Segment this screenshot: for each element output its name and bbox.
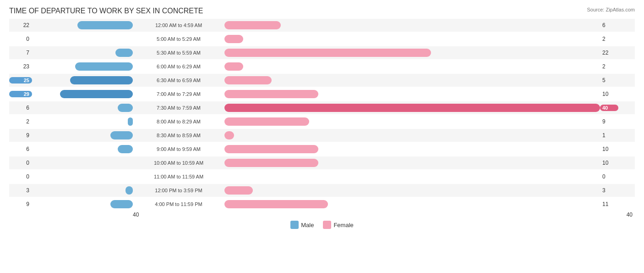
legend-female-label: Female — [333, 222, 353, 228]
male-bar — [110, 131, 133, 139]
legend-female-box — [323, 221, 331, 229]
female-value: 11 — [600, 201, 618, 207]
male-value: 6 — [9, 105, 32, 111]
axis-right-label: 40 — [617, 212, 635, 218]
male-bar-container — [32, 62, 133, 71]
female-bar-container — [224, 159, 600, 167]
time-range-label: 4:00 PM to 11:59 PM — [133, 201, 224, 207]
male-bar — [128, 117, 133, 126]
male-bar-container — [32, 131, 133, 139]
male-bar-container — [32, 200, 133, 208]
female-value: 6 — [600, 22, 618, 28]
female-bar-container — [224, 186, 600, 195]
male-value: 0 — [9, 173, 32, 180]
chart-row: 98:30 AM to 8:59 AM1 — [9, 129, 635, 142]
male-value: 2 — [9, 118, 32, 125]
female-bar-container — [224, 49, 600, 57]
female-bar — [224, 76, 272, 84]
female-bar-container — [224, 104, 600, 112]
female-value: 2 — [600, 36, 618, 42]
time-range-label: 9:00 AM to 9:59 AM — [133, 146, 224, 152]
time-range-label: 5:00 AM to 5:29 AM — [133, 36, 224, 42]
chart-row: 011:00 AM to 11:59 AM0 — [9, 170, 635, 183]
time-range-label: 7:00 AM to 7:29 AM — [133, 91, 224, 97]
male-value: 0 — [9, 36, 32, 42]
female-bar-container — [224, 76, 600, 84]
female-bar-container — [224, 145, 600, 153]
female-bar-container — [224, 173, 600, 181]
chart-row: 67:30 AM to 7:59 AM40 — [9, 101, 635, 114]
female-value: 10 — [600, 91, 618, 97]
male-bar — [60, 90, 133, 98]
time-range-label: 7:30 AM to 7:59 AM — [133, 105, 224, 111]
female-bar-container — [224, 117, 600, 126]
female-bar — [224, 200, 328, 208]
female-bar-container — [224, 35, 600, 43]
time-range-label: 6:30 AM to 6:59 AM — [133, 78, 224, 83]
male-bar — [118, 145, 133, 153]
male-value: 22 — [9, 22, 32, 28]
male-bar-container — [32, 186, 133, 195]
legend-male-box — [290, 221, 299, 229]
male-bar-container — [32, 90, 133, 98]
female-bar — [224, 49, 431, 57]
female-bar-container — [224, 90, 600, 98]
chart-row: 05:00 AM to 5:29 AM2 — [9, 33, 635, 45]
male-bar — [75, 62, 133, 71]
male-bar — [126, 186, 133, 195]
axis-left-label: 40 — [133, 212, 155, 218]
male-bar-container — [32, 21, 133, 29]
time-range-label: 11:00 AM to 11:59 AM — [133, 174, 224, 179]
legend: Male Female — [9, 221, 635, 229]
chart-row: 010:00 AM to 10:59 AM10 — [9, 156, 635, 169]
chart-area: 2212:00 AM to 4:59 AM605:00 AM to 5:29 A… — [9, 19, 635, 211]
chart-row: 2212:00 AM to 4:59 AM6 — [9, 19, 635, 32]
female-value: 10 — [600, 146, 618, 152]
female-value: 0 — [600, 173, 618, 180]
female-bar — [224, 159, 318, 167]
female-value: 10 — [600, 160, 618, 166]
time-range-label: 8:00 AM to 8:29 AM — [133, 119, 224, 124]
male-value: 9 — [9, 132, 32, 139]
male-bar-container — [32, 35, 133, 43]
male-value: 6 — [9, 146, 32, 152]
time-range-label: 5:30 AM to 5:59 AM — [133, 50, 224, 56]
male-bar — [70, 76, 133, 84]
male-bar — [115, 49, 133, 57]
female-bar-container — [224, 131, 600, 139]
female-bar — [224, 21, 281, 29]
female-bar — [224, 90, 318, 98]
axis-labels: 40 40 — [9, 212, 635, 218]
male-bar-container — [32, 104, 133, 112]
male-value: 3 — [9, 187, 32, 194]
chart-title: TIME OF DEPARTURE TO WORK BY SEX IN CONC… — [9, 7, 635, 15]
male-bar-container — [32, 173, 133, 181]
time-range-label: 10:00 AM to 10:59 AM — [133, 160, 224, 166]
legend-male: Male — [290, 221, 314, 229]
male-bar-container — [32, 145, 133, 153]
time-range-label: 8:30 AM to 8:59 AM — [133, 133, 224, 138]
male-value: 23 — [9, 63, 32, 70]
male-bar — [110, 200, 133, 208]
time-range-label: 6:00 AM to 6:29 AM — [133, 64, 224, 69]
male-bar-container — [32, 117, 133, 126]
female-bar — [224, 186, 253, 195]
female-bar — [224, 62, 243, 71]
male-value: 25 — [9, 77, 32, 84]
male-value: 29 — [9, 91, 32, 97]
chart-row: 297:00 AM to 7:29 AM10 — [9, 88, 635, 100]
female-value: 1 — [600, 132, 618, 139]
chart-row: 312:00 PM to 3:59 PM3 — [9, 184, 635, 197]
chart-row: 256:30 AM to 6:59 AM5 — [9, 74, 635, 87]
source-text: Source: ZipAtlas.com — [587, 7, 635, 12]
chart-row: 69:00 AM to 9:59 AM10 — [9, 143, 635, 156]
male-value: 7 — [9, 50, 32, 56]
chart-row: 75:30 AM to 5:59 AM22 — [9, 46, 635, 59]
female-value: 5 — [600, 77, 618, 84]
female-bar — [224, 35, 243, 43]
male-bar-container — [32, 49, 133, 57]
chart-container: TIME OF DEPARTURE TO WORK BY SEX IN CONC… — [0, 0, 644, 273]
male-bar — [77, 21, 133, 29]
male-bar-container — [32, 159, 133, 167]
chart-row: 94:00 PM to 11:59 PM11 — [9, 198, 635, 211]
